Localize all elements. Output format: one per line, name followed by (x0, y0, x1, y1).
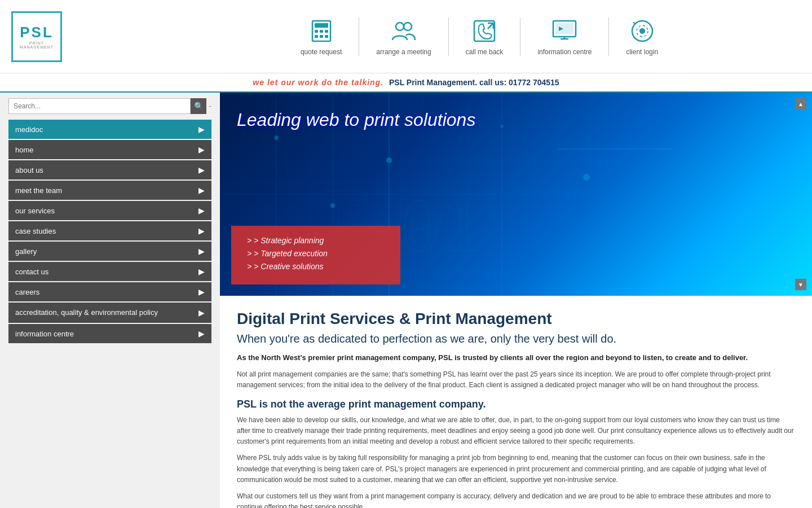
svg-rect-5 (315, 35, 318, 38)
tagline-italic: we let our work do the talking. (253, 78, 383, 87)
logo-area: PSL PRINT MANAGEMENT (11, 11, 158, 62)
search-input[interactable] (8, 98, 191, 114)
people-icon (390, 17, 417, 45)
sidebar-item-contact-us[interactable]: contact us ▶ (8, 262, 211, 281)
nav-arrange-meeting[interactable]: arrange a meeting (359, 17, 448, 56)
arrow-icon: ▶ (198, 267, 205, 276)
sidebar-item-case-studies[interactable]: case studies ▶ (8, 221, 211, 240)
sidebar-label-case-studies: case studies (15, 227, 56, 235)
svg-line-11 (488, 23, 493, 29)
para-1: Not all print management companies are t… (237, 369, 795, 391)
arrow-icon: ▶ (198, 125, 205, 134)
content-area: 01 IP Leading web to print solutions >St… (220, 93, 812, 508)
bullet-arrow-2: > (254, 249, 258, 258)
arrow-icon: ▶ (198, 308, 205, 318)
sidebar-label-home: home (15, 146, 34, 154)
nav-client-login[interactable]: client login (609, 17, 675, 56)
svg-rect-7 (325, 35, 328, 38)
nav-callback-label: call me back (466, 48, 504, 56)
nav-call-me-back[interactable]: call me back (449, 17, 521, 56)
intro-bold: As the North West's premier print manage… (237, 352, 795, 364)
logo-psl: PSL (20, 24, 54, 41)
hero-title: Leading web to print solutions (237, 110, 475, 130)
svg-point-8 (396, 23, 404, 30)
tagline-normal: PSL Print Management. call us: 01772 704… (389, 78, 559, 87)
nav-info-label: information centre (537, 48, 592, 56)
para-3: Where PSL truly adds value is by taking … (237, 453, 795, 485)
sidebar-label-accreditation: accreditation, quality & environmental p… (15, 308, 158, 318)
sidebar-label-info-centre: information centre (15, 330, 74, 338)
disc-icon (629, 17, 656, 45)
arrow-icon: ▶ (198, 247, 205, 256)
arrow-icon: ▶ (198, 226, 205, 235)
arrow-icon: ▶ (198, 287, 205, 296)
sidebar: 🔍 - medidoc ▶ home ▶ about us ▶ meet the… (0, 93, 220, 508)
sidebar-item-medidoc[interactable]: medidoc ▶ (8, 120, 211, 139)
sidebar-item-gallery[interactable]: gallery ▶ (8, 242, 211, 261)
section-heading: PSL is not the average print management … (237, 398, 795, 410)
svg-rect-3 (320, 30, 323, 33)
bullet-arrow-1: > (254, 236, 258, 245)
sidebar-label-contact: contact us (15, 268, 48, 276)
sidebar-item-home[interactable]: home ▶ (8, 140, 211, 159)
svg-point-27 (500, 125, 504, 128)
svg-rect-1 (315, 23, 328, 28)
nav-icons: quote request arrange a meeting (158, 17, 801, 56)
nav-information-centre[interactable]: information centre (520, 17, 609, 56)
nav-meeting-label: arrange a meeting (376, 48, 431, 56)
nav-quote-label: quote request (301, 48, 342, 56)
search-button[interactable]: 🔍 (191, 98, 206, 114)
svg-rect-4 (325, 30, 328, 33)
calculator-icon (308, 17, 335, 45)
scroll-down-btn[interactable]: ▼ (795, 279, 806, 290)
bullet-arrow-3: > (254, 262, 258, 271)
sidebar-item-about-us[interactable]: about us ▶ (8, 160, 211, 179)
phone-icon (471, 17, 498, 45)
logo: PSL PRINT MANAGEMENT (11, 11, 62, 62)
tagline-bar: we let our work do the talking. PSL Prin… (0, 73, 812, 93)
monitor-icon (551, 17, 578, 45)
sidebar-item-meet-the-team[interactable]: meet the team ▶ (8, 181, 211, 200)
hero-bullet-2: >Targeted execution (247, 249, 385, 258)
scroll-up-btn[interactable]: ▲ (795, 98, 806, 110)
svg-point-26 (386, 157, 392, 163)
sidebar-label-medidoc: medidoc (15, 125, 43, 134)
arrow-icon: ▶ (198, 165, 205, 174)
sidebar-item-accreditation[interactable]: accreditation, quality & environmental p… (8, 303, 211, 323)
nav-quote-request[interactable]: quote request (284, 17, 359, 56)
svg-rect-2 (315, 30, 318, 33)
sidebar-item-information-centre[interactable]: information centre ▶ (8, 324, 211, 343)
hero-bullet-1: >Strategic planning (247, 236, 385, 245)
para-2: We have been able to develop our skills,… (237, 415, 795, 448)
sidebar-label-gallery: gallery (15, 247, 37, 256)
svg-rect-13 (555, 23, 573, 34)
svg-point-29 (583, 174, 590, 181)
svg-rect-6 (320, 35, 323, 38)
main-heading: Digital Print Services & Print Managemen… (237, 310, 795, 328)
sidebar-label-about-us: about us (15, 166, 43, 174)
header: PSL PRINT MANAGEMENT quote re (0, 0, 812, 73)
svg-point-9 (404, 23, 412, 30)
sidebar-label-services: our services (15, 207, 55, 215)
hero-bullet-3: >Creative solutions (247, 262, 385, 271)
main-text-content: Digital Print Services & Print Managemen… (220, 296, 812, 508)
arrow-icon: ▶ (198, 186, 205, 195)
arrow-icon: ▶ (198, 206, 205, 215)
sidebar-label-careers: careers (15, 288, 39, 296)
para-4: What our customers tell us they want fro… (237, 491, 795, 508)
main-subheading: When you're as dedicated to perfection a… (237, 332, 795, 345)
logo-management: MANAGEMENT (20, 45, 54, 49)
sidebar-item-our-services[interactable]: our services ▶ (8, 201, 211, 220)
arrow-icon: ▶ (198, 329, 205, 338)
arrow-icon: ▶ (198, 145, 205, 154)
search-separator: - (209, 102, 211, 111)
nav-login-label: client login (626, 48, 658, 56)
main-layout: 🔍 - medidoc ▶ home ▶ about us ▶ meet the… (0, 93, 812, 508)
hero-overlay-box: >Strategic planning >Targeted execution … (231, 226, 400, 284)
logo-print: PRINT (20, 41, 54, 45)
sidebar-item-careers[interactable]: careers ▶ (8, 282, 211, 301)
search-bar: 🔍 - (8, 98, 211, 114)
sidebar-label-meet-team: meet the team (15, 186, 62, 195)
svg-point-16 (639, 28, 645, 34)
hero-banner: 01 IP Leading web to print solutions >St… (220, 93, 812, 296)
